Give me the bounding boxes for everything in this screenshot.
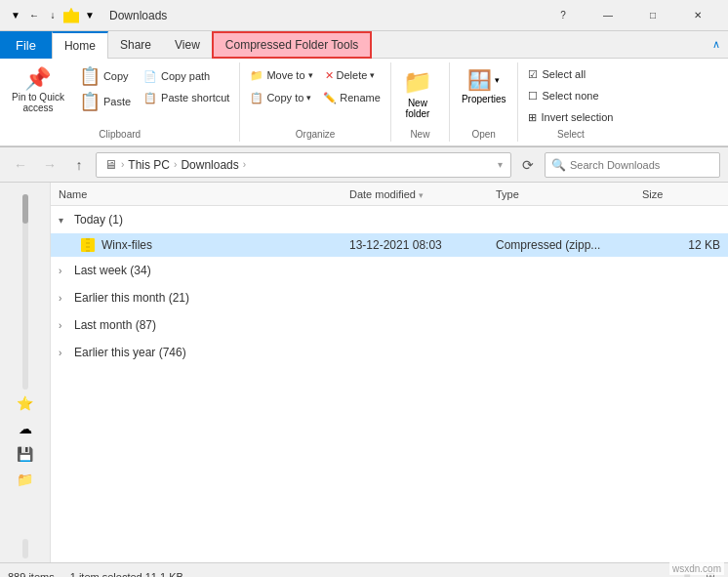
ribbon-content: 📌 Pin to Quick access 📋 Copy 📋 Paste (0, 59, 728, 146)
new-group-content: 📁 New folder (397, 64, 443, 127)
group-earliermonth[interactable]: › Earlier this month (21) (51, 284, 728, 311)
new-folder-btn[interactable]: 📁 New folder (397, 64, 438, 123)
select-group-content: ☑ Select all ☐ Select none ⊞ Invert sele… (524, 64, 617, 127)
date-sort-icon: ▾ (419, 190, 424, 200)
tab-share[interactable]: Share (108, 31, 163, 59)
tab-file[interactable]: File (0, 31, 52, 59)
path-computer-icon: 🖥 (104, 157, 117, 172)
select-all-icon: ☑ (528, 68, 538, 81)
paste-btn[interactable]: 📋 Paste (74, 90, 136, 113)
delete-arrow: ▾ (370, 70, 375, 80)
title-bar-icons: ▼ ← ↓ ▼ (8, 8, 98, 23)
properties-btn[interactable]: 🪟 ▾ Properties (456, 64, 512, 108)
maximize-btn[interactable]: □ (630, 0, 675, 31)
tab-view[interactable]: View (163, 31, 212, 59)
move-to-arrow: ▾ (308, 70, 313, 80)
col-size[interactable]: Size (642, 188, 720, 200)
file-name-winxfiles: Winx-files (101, 238, 349, 252)
path-dropdown-arrow[interactable]: ▾ (498, 159, 503, 170)
move-to-btn[interactable]: 📁 Move to ▾ (246, 64, 316, 86)
toolbar-dropdown[interactable]: ▼ (82, 8, 98, 23)
new-folder-label: New folder (405, 98, 429, 119)
copy-icon: 📋 (79, 67, 101, 85)
group-label-lastweek: Last week (34) (74, 264, 151, 277)
paste-shortcut-btn[interactable]: 📋 Paste shortcut (140, 88, 233, 107)
select-all-btn[interactable]: ☑ Select all (524, 64, 589, 84)
pin-icon: 📌 (24, 68, 51, 90)
group-today[interactable]: ▾ Today (1) (51, 206, 728, 233)
refresh-btn[interactable]: ⟳ (515, 152, 541, 178)
group-chevron-today: ▾ (59, 215, 70, 226)
group-chevron-lastmonth: › (59, 320, 70, 331)
file-row-winxfiles[interactable]: Winx-files 13-12-2021 08:03 Compressed (… (51, 233, 728, 257)
organize-row2: 📋 Copy to ▾ ✏️ Rename (246, 87, 384, 108)
move-to-icon: 📁 (250, 69, 263, 82)
search-input[interactable] (570, 159, 713, 171)
tab-compressed[interactable]: Compressed Folder Tools (212, 31, 373, 59)
paste-shortcut-icon: 📋 (143, 92, 157, 104)
svg-rect-4 (86, 248, 90, 250)
quick-access-dropdown[interactable]: ▼ (8, 8, 23, 23)
copy-to-btn[interactable]: 📋 Copy to ▾ (246, 87, 315, 108)
file-list: ▾ Today (1) Winx-files 13-12-2021 08:03 … (51, 206, 728, 562)
clipboard-group-label: Clipboard (6, 129, 233, 140)
organize-group-label: Organize (246, 129, 384, 140)
select-group-label: Select (524, 129, 617, 140)
title-bar: ▼ ← ↓ ▼ Downloads ? — □ ✕ (0, 0, 728, 31)
back-btn[interactable]: ← (8, 152, 33, 178)
copy-path-btn[interactable]: 📄 Copy path (140, 66, 233, 86)
status-bar: 889 items 1 item selected 11.1 KB ≡ ⊞ (0, 562, 728, 577)
group-chevron-earlieryear: › (59, 348, 70, 358)
new-group-label: New (397, 129, 443, 140)
address-path[interactable]: 🖥 › This PC › Downloads › ▾ (96, 152, 511, 178)
file-size-winxfiles: 12 KB (642, 238, 720, 252)
copy-btn[interactable]: 📋 Copy (74, 64, 136, 88)
organize-group-content: 📁 Move to ▾ ✕ Delete ▾ 📋 Copy to ▾ (246, 64, 384, 127)
sidebar-star-icon[interactable]: ⭐ (16, 393, 35, 413)
col-date[interactable]: Date modified ▾ (349, 188, 496, 200)
sidebar-scroll-bottom (22, 539, 28, 558)
ribbon: File Home Share View Compressed Folder T… (0, 31, 728, 147)
new-folder-icon: 📁 (403, 68, 432, 96)
select-none-btn[interactable]: ☐ Select none (524, 86, 602, 105)
group-lastmonth[interactable]: › Last month (87) (51, 311, 728, 339)
path-thispc[interactable]: This PC (128, 158, 170, 172)
path-downloads[interactable]: Downloads (181, 158, 238, 172)
invert-selection-btn[interactable]: ⊞ Invert selection (524, 107, 617, 127)
col-name[interactable]: Name (59, 188, 349, 200)
sidebar-drive-icon[interactable]: 💾 (16, 444, 35, 464)
zip-icon (78, 235, 98, 255)
delete-btn[interactable]: ✕ Delete ▾ (321, 64, 380, 86)
main-area: ⭐ ☁ 💾 📁 Name Date modified ▾ Type Size ▾… (0, 183, 728, 562)
file-date-winxfiles: 13-12-2021 08:03 (349, 238, 496, 252)
search-box[interactable]: 🔍 (545, 152, 720, 178)
file-list-header: Name Date modified ▾ Type Size (51, 183, 728, 206)
organize-row1: 📁 Move to ▾ ✕ Delete ▾ (246, 64, 379, 86)
svg-rect-2 (86, 240, 90, 242)
delete-icon: ✕ (325, 69, 334, 82)
minimize-btn[interactable]: — (586, 0, 630, 31)
tab-home[interactable]: Home (52, 31, 108, 59)
sidebar-cloud-icon[interactable]: ☁ (16, 419, 35, 438)
forward-btn[interactable]: → (37, 152, 62, 178)
properties-label: Properties (462, 94, 506, 104)
sidebar-folder-icon[interactable]: 📁 (16, 470, 35, 489)
select-none-icon: ☐ (528, 90, 538, 103)
pin-to-quick-access-btn[interactable]: 📌 Pin to Quick access (6, 64, 70, 117)
forward-toolbar-icon[interactable]: ↓ (45, 8, 61, 23)
group-label-today: Today (1) (74, 213, 123, 227)
col-type[interactable]: Type (496, 188, 642, 200)
sidebar-scroll-thumb[interactable] (22, 194, 28, 224)
group-lastweek[interactable]: › Last week (34) (51, 257, 728, 284)
back-toolbar-icon[interactable]: ← (26, 8, 42, 23)
clipboard-group: 📌 Pin to Quick access 📋 Copy 📋 Paste (0, 62, 240, 142)
ribbon-collapse-btn[interactable]: ∧ (712, 38, 720, 51)
properties-arrow: ▾ (495, 75, 500, 85)
copy-to-arrow: ▾ (306, 93, 311, 103)
group-earlieryear[interactable]: › Earlier this year (746) (51, 339, 728, 366)
up-btn[interactable]: ↑ (66, 152, 92, 178)
file-type-winxfiles: Compressed (zipp... (496, 238, 642, 252)
close-btn[interactable]: ✕ (675, 0, 720, 31)
help-btn[interactable]: ? (541, 0, 586, 31)
rename-btn[interactable]: ✏️ Rename (319, 87, 384, 108)
